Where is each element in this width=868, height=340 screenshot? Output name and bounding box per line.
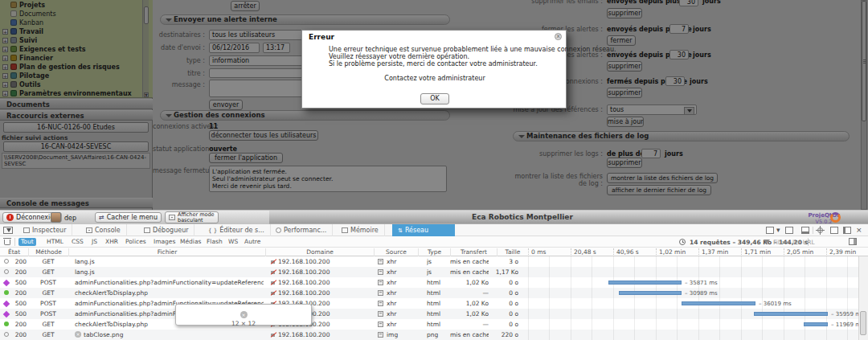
hide-menu-button[interactable]: ⇄Cacher le menu (95, 212, 162, 223)
tab-console[interactable]: Console (80, 224, 127, 236)
filter-xhr[interactable]: XHR (103, 238, 121, 246)
settings-gear-icon[interactable] (817, 227, 823, 233)
window-icon (169, 215, 175, 220)
tab-editeur-styles[interactable]: { }Éditeur de s... (203, 224, 271, 236)
network-table-header: État Méthode Fichier Domaine Source Type… (0, 248, 868, 256)
status-error-icon (3, 301, 10, 307)
status-cached-icon (4, 332, 9, 337)
filter-images[interactable]: Images (151, 238, 178, 246)
timeline-tick: 0 ms (528, 248, 546, 256)
console-icon (86, 227, 92, 233)
request-row[interactable]: 200 GET checkAlertToDisplay.php 192.168.… (0, 319, 858, 330)
column-source[interactable]: Source (374, 248, 418, 256)
timing-clock-icon (679, 239, 686, 245)
tab-reseau[interactable]: ⇅Réseau (392, 224, 455, 236)
url-filter-input[interactable]: Filtrer les URL (773, 239, 815, 246)
cause-icon (378, 332, 383, 338)
insecure-lock-icon (270, 269, 276, 275)
status-ok-icon (4, 290, 9, 295)
timeline-tick: 2,05 min (784, 248, 813, 256)
separate-window-icon[interactable] (843, 227, 851, 234)
timeline-duration: 35871 ms (685, 280, 718, 286)
request-row[interactable]: 200 GET checkAlertToDisplay.php 192.168.… (0, 288, 858, 298)
inspector-icon (23, 227, 30, 233)
tab-memoire[interactable]: Mémoire (336, 224, 385, 236)
user-name: dep (64, 215, 76, 222)
column-methode[interactable]: Méthode (28, 248, 68, 256)
column-etat[interactable]: État (0, 248, 28, 256)
column-taille[interactable]: Taille (497, 248, 528, 256)
clear-requests-icon[interactable] (4, 240, 10, 245)
error-line: Veuillez réessayer votre dernière opérat… (329, 53, 469, 60)
element-picker-icon[interactable] (3, 227, 13, 234)
toggle-mode-button[interactable]: Afficher modebasculant (165, 211, 219, 223)
timeline-duration: 36019 ms (759, 301, 792, 307)
funnel-icon (764, 240, 770, 244)
devtools-tab-bar: Inspecteur Console Débogueur { }Éditeur … (0, 224, 868, 236)
scrollbar-thumb[interactable] (860, 311, 866, 335)
timeline-bar (619, 291, 682, 295)
responsive-mode-icon[interactable] (766, 227, 774, 234)
slider-icon: ⇄ (99, 214, 104, 221)
network-scrollbar[interactable] (858, 256, 868, 340)
column-type[interactable]: Type (418, 248, 450, 256)
status-error-icon (3, 280, 10, 286)
cause-icon (378, 290, 383, 296)
timeline-duration: 30989 ms (685, 290, 718, 297)
insecure-lock-icon (270, 332, 276, 338)
filter-autre[interactable]: Autre (242, 238, 263, 246)
request-row[interactable]: 500 POST adminFunctionalities.php?adminF… (0, 277, 858, 288)
status-error-icon (3, 311, 10, 317)
request-row[interactable]: 500 POST adminFunctionalities.php?adminF… (0, 298, 858, 309)
dock-bottom-icon[interactable] (801, 227, 809, 234)
user-avatar[interactable] (51, 212, 61, 223)
toggle-details-pane-icon[interactable] (849, 238, 857, 245)
devtools-panel: Inspecteur Console Débogueur { }Éditeur … (0, 223, 868, 340)
tab-close-image: × (240, 311, 248, 318)
timeline-tick: 1,02 min (656, 248, 686, 256)
filter-medias[interactable]: Médias (178, 238, 203, 246)
request-row[interactable]: 200 GET lang.js 192.168.100.200 xhr js m… (0, 256, 858, 267)
filter-tout[interactable]: Tout (18, 238, 36, 246)
tab-debogueur[interactable]: Débogueur (138, 224, 194, 236)
filter-flash[interactable]: Flash (204, 238, 225, 246)
column-fichier[interactable]: Fichier (68, 248, 265, 256)
filter-css[interactable]: CSS (69, 238, 86, 246)
close-devtools-icon[interactable]: × (856, 226, 862, 234)
filter-polices[interactable]: Polices (123, 238, 149, 246)
filter-ws[interactable]: WS (226, 238, 240, 246)
dock-side-icon[interactable] (830, 227, 838, 234)
image-dimensions: 12 × 12 (176, 320, 311, 327)
timeline-tick: 2,39 min (826, 248, 856, 256)
insecure-lock-icon (270, 290, 276, 296)
app-region: Projets Documents Kanban +Travail +Suivi… (0, 0, 868, 210)
app-toolbar: Déconnexion dep ⇄Cacher le menu Afficher… (0, 210, 868, 223)
debugger-icon (144, 227, 150, 233)
filter-html[interactable]: HTML (44, 238, 66, 246)
request-row[interactable]: 500 POST adminFunctionalities.php?adminF… (0, 309, 858, 319)
error-line: Si le problème persiste, merci de contac… (329, 60, 538, 68)
timeline-bar (682, 301, 755, 305)
filter-js[interactable]: JS (89, 238, 100, 246)
error-line: Une erreur technique est survenue probab… (329, 46, 616, 53)
column-transfert[interactable]: Transfert (450, 248, 497, 256)
insecure-lock-icon (270, 280, 276, 285)
cause-icon (378, 322, 383, 327)
tab-performance[interactable]: Performanc... (270, 224, 333, 236)
projeqtor-logo-icon (830, 212, 841, 223)
tab-inspecteur[interactable]: Inspecteur (18, 224, 72, 236)
timeline-bar (608, 281, 682, 285)
ok-button[interactable]: OK (420, 93, 449, 104)
request-row[interactable]: 200 GET × tabClose.png 192.168.100.200 i… (0, 330, 858, 340)
frame-select-icon[interactable] (785, 227, 793, 234)
request-row[interactable]: 200 GET lang.js 192.168.100.200 xhr js m… (0, 267, 858, 277)
insecure-lock-icon (270, 259, 276, 264)
responsive-dropdown-icon[interactable]: ▾ (776, 226, 780, 234)
timeline-bar (754, 312, 828, 316)
memory-icon (342, 227, 348, 233)
app-title: Eca Robotics Montpellier (402, 213, 643, 221)
status-cached-icon (4, 269, 9, 274)
close-icon[interactable]: x (555, 33, 562, 40)
power-icon (6, 214, 14, 221)
column-domaine[interactable]: Domaine (265, 248, 374, 256)
